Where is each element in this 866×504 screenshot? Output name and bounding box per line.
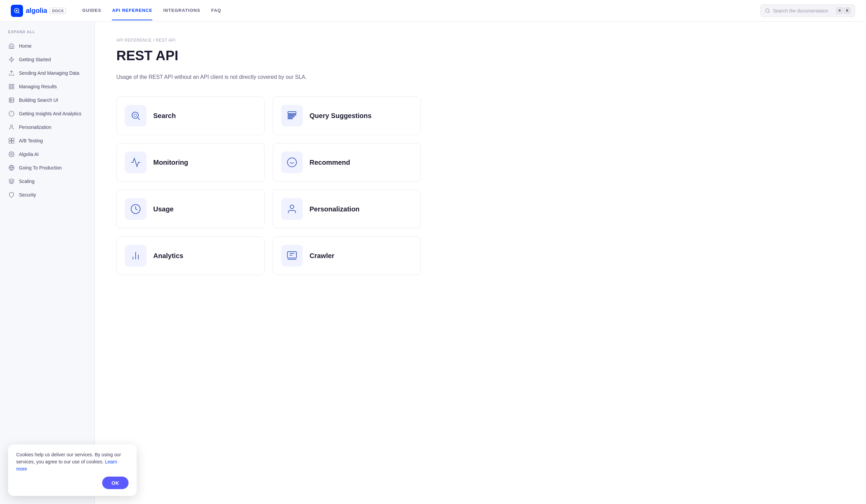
layers-icon: [8, 178, 15, 185]
search-shortcut: ⌘ K: [836, 8, 851, 14]
sidebar-item-home[interactable]: Home: [0, 39, 95, 53]
search-bar[interactable]: Search the documentation ⌘ K: [760, 4, 855, 17]
card-label-recommend: Recommend: [310, 159, 350, 166]
grid-icon: [8, 83, 15, 90]
svg-rect-8: [9, 87, 11, 89]
analytics-icon: [125, 245, 146, 267]
svg-rect-29: [288, 116, 294, 117]
search-kbd-k: K: [844, 8, 851, 14]
nav-integrations[interactable]: INTEGRATIONS: [163, 1, 200, 20]
breadcrumb: API REFERENCE / REST API: [116, 38, 844, 43]
sidebar-item-getting-started[interactable]: Getting Started: [0, 53, 95, 66]
sidebar: EXPAND ALL Home Getting Started Sending …: [0, 22, 95, 504]
card-usage[interactable]: Usage: [116, 190, 265, 228]
svg-rect-6: [12, 84, 14, 86]
nav-guides[interactable]: GUIDES: [82, 1, 101, 20]
card-label-query-suggestions: Query Suggestions: [310, 112, 371, 120]
docs-badge: DOCS: [50, 8, 66, 14]
crawler-icon: [281, 245, 303, 267]
sidebar-label-getting-started: Getting Started: [19, 57, 51, 62]
main-layout: EXPAND ALL Home Getting Started Sending …: [0, 22, 866, 504]
svg-rect-17: [9, 138, 11, 141]
svg-point-34: [290, 205, 294, 209]
nav-links: GUIDES API REFERENCE INTEGRATIONS FAQ: [82, 1, 760, 20]
sidebar-label-scaling: Scaling: [19, 179, 34, 184]
sidebar-item-scaling[interactable]: Scaling: [0, 175, 95, 188]
recommend-icon: [281, 152, 303, 173]
svg-point-2: [766, 9, 769, 12]
logo-text: algolia: [26, 7, 47, 14]
svg-point-21: [11, 154, 12, 155]
card-label-usage: Usage: [153, 205, 174, 213]
personalization-card-icon: [281, 198, 303, 220]
svg-rect-20: [12, 141, 14, 143]
logo-link[interactable]: algolia DOCS: [11, 5, 66, 17]
cookie-banner: Cookies help us deliver our services. By…: [8, 445, 137, 496]
sidebar-item-algolia-ai[interactable]: Algolia AI: [0, 147, 95, 161]
card-label-personalization: Personalization: [310, 205, 359, 213]
card-label-search: Search: [153, 112, 176, 120]
svg-point-16: [11, 125, 12, 127]
svg-rect-5: [9, 84, 11, 86]
globe-icon: [8, 164, 15, 171]
sidebar-item-going-to-production[interactable]: Going To Production: [0, 161, 95, 175]
upload-icon: [8, 70, 15, 77]
search-card-icon: [125, 105, 146, 126]
card-query-suggestions[interactable]: Query Suggestions: [273, 97, 421, 135]
svg-rect-38: [288, 252, 297, 258]
svg-point-26: [134, 114, 137, 117]
sidebar-label-sending: Sending And Managing Data: [19, 70, 79, 76]
sidebar-label-managing-results: Managing Results: [19, 84, 57, 89]
cookie-text: Cookies help us deliver our services. By…: [16, 451, 129, 472]
sidebar-item-insights[interactable]: Getting Insights And Analytics: [0, 107, 95, 121]
sidebar-item-building-search-ui[interactable]: Building Search UI: [0, 93, 95, 107]
sidebar-label-insights: Getting Insights And Analytics: [19, 111, 81, 116]
svg-rect-7: [12, 87, 14, 89]
cookie-actions: OK: [16, 477, 129, 489]
svg-point-25: [132, 112, 138, 119]
svg-rect-9: [9, 98, 14, 102]
sidebar-label-algolia-ai: Algolia AI: [19, 152, 38, 157]
sidebar-item-sending-managing[interactable]: Sending And Managing Data: [0, 66, 95, 80]
sidebar-expand-all[interactable]: EXPAND ALL: [0, 30, 95, 39]
home-icon: [8, 43, 15, 49]
search-kbd-cmd: ⌘: [836, 8, 843, 14]
sidebar-label-going-to-production: Going To Production: [19, 165, 62, 170]
logo-icon: [11, 5, 23, 17]
cookie-ok-button[interactable]: OK: [102, 477, 129, 489]
svg-marker-3: [9, 57, 14, 62]
usage-icon: [125, 198, 146, 220]
card-crawler[interactable]: Crawler: [273, 236, 421, 275]
nav-faq[interactable]: FAQ: [211, 1, 221, 20]
sidebar-item-security[interactable]: Security: [0, 188, 95, 202]
sidebar-label-home: Home: [19, 43, 32, 49]
svg-point-1: [16, 10, 18, 11]
card-analytics[interactable]: Analytics: [116, 236, 265, 275]
search-icon: [765, 8, 770, 13]
top-navigation: algolia DOCS GUIDES API REFERENCE INTEGR…: [0, 0, 866, 22]
svg-marker-24: [9, 179, 14, 182]
sidebar-item-personalization[interactable]: Personalization: [0, 121, 95, 134]
sidebar-item-managing-results[interactable]: Managing Results: [0, 80, 95, 93]
card-label-monitoring: Monitoring: [153, 159, 188, 166]
shield-icon: [8, 191, 15, 198]
card-label-analytics: Analytics: [153, 252, 184, 260]
person-icon: [8, 124, 15, 131]
svg-rect-28: [288, 114, 296, 115]
card-monitoring[interactable]: Monitoring: [116, 143, 265, 182]
page-description: Usage of the REST API without an API cli…: [116, 74, 346, 80]
search-placeholder: Search the documentation: [773, 8, 834, 13]
svg-rect-19: [9, 141, 11, 143]
card-label-crawler: Crawler: [310, 252, 334, 260]
gear-icon: [8, 151, 15, 158]
nav-api-reference[interactable]: API REFERENCE: [112, 1, 152, 20]
sidebar-label-personalization: Personalization: [19, 124, 52, 130]
card-personalization[interactable]: Personalization: [273, 190, 421, 228]
sidebar-item-ab-testing[interactable]: A/B Testing: [0, 134, 95, 147]
card-search[interactable]: Search: [116, 97, 265, 135]
page-title: REST API: [116, 48, 844, 63]
monitoring-icon: [125, 152, 146, 173]
card-recommend[interactable]: Recommend: [273, 143, 421, 182]
svg-rect-30: [288, 118, 292, 119]
sidebar-label-building-search-ui: Building Search UI: [19, 98, 58, 103]
